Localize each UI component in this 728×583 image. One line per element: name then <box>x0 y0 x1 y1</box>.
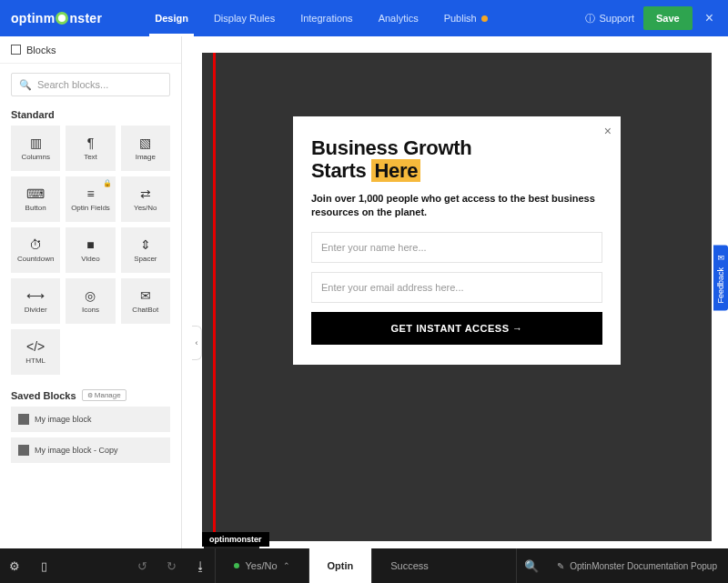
popup-heading[interactable]: Business Growth Starts Here <box>311 136 602 183</box>
search-icon: 🔍 <box>524 559 539 573</box>
view-tab-yesno[interactable]: Yes/No ⌃ <box>215 548 308 583</box>
blocks-header: Blocks <box>0 36 181 64</box>
powered-by-badge[interactable]: optinmonster <box>202 532 269 547</box>
columns-icon: ▥ <box>30 136 42 150</box>
support-link[interactable]: ⓘ Support <box>585 12 634 25</box>
publish-badge-icon <box>481 15 488 22</box>
tab-design[interactable]: Design <box>142 0 201 36</box>
feedback-tab[interactable]: Feedback ✉ <box>713 246 728 311</box>
block-icons[interactable]: ◎Icons <box>66 278 115 324</box>
close-editor-button[interactable]: × <box>702 10 717 26</box>
thumb-icon <box>18 414 29 425</box>
tab-integrations[interactable]: Integrations <box>288 0 365 36</box>
divider-icon: ⟷ <box>26 288 45 303</box>
search-icon: 🔍 <box>19 79 32 91</box>
blocks-label: Blocks <box>26 45 56 55</box>
email-input[interactable]: Enter your email address here... <box>311 272 602 303</box>
popup-campaign[interactable]: × Business Growth Starts Here Join over … <box>293 116 621 365</box>
block-columns[interactable]: ▥Columns <box>11 126 60 171</box>
undo-button[interactable]: ↺ <box>127 548 157 583</box>
top-bar: optinmnster Design Display Rules Integra… <box>0 0 728 36</box>
chevron-up-icon: ⌃ <box>283 561 290 570</box>
icons-icon: ◎ <box>85 288 96 303</box>
save-button[interactable]: Save <box>643 6 693 30</box>
block-optin-fields[interactable]: 🔒≡Optin Fields <box>66 176 115 222</box>
html-icon: </> <box>26 339 45 354</box>
undo-icon: ↺ <box>137 559 147 573</box>
mobile-preview-button[interactable]: ▯ <box>29 548 58 583</box>
annotation-arrow: Import View <box>213 53 216 541</box>
optin-fields-icon: ≡ <box>86 186 94 201</box>
manage-saved-button[interactable]: ⚙ Manage <box>82 389 126 401</box>
top-nav: Design Display Rules Integrations Analyt… <box>142 0 500 36</box>
view-tab-success[interactable]: Success <box>371 548 447 583</box>
yesno-icon: ⇄ <box>140 186 151 201</box>
standard-blocks-grid: ▥Columns ¶Text ▧Image ⌨Button 🔒≡Optin Fi… <box>0 126 181 382</box>
gear-icon: ⚙ <box>9 559 20 573</box>
search-input[interactable]: 🔍 Search blocks... <box>11 73 170 96</box>
sidebar: Blocks 🔍 Search blocks... Standard ▥Colu… <box>0 36 182 548</box>
chatbot-icon: ✉ <box>140 288 151 303</box>
saved-block-item[interactable]: My image block - Copy <box>11 437 170 463</box>
block-spacer[interactable]: ⇕Spacer <box>121 227 170 273</box>
thumb-icon <box>18 445 29 456</box>
text-icon: ¶ <box>87 136 95 150</box>
video-icon: ■ <box>86 237 94 252</box>
saved-blocks-title: Saved Blocks ⚙ Manage <box>0 382 181 407</box>
block-yesno[interactable]: ⇄Yes/No <box>121 176 170 222</box>
tab-publish[interactable]: Publish <box>431 0 500 36</box>
popup-subheading[interactable]: Join over 1,000 people who get access to… <box>311 192 602 220</box>
import-icon: ⭳ <box>195 559 207 573</box>
name-input[interactable]: Enter your name here... <box>311 232 602 263</box>
pencil-icon: ✎ <box>557 561 564 571</box>
brand-logo: optinmnster <box>0 11 113 25</box>
block-button[interactable]: ⌨Button <box>11 176 60 222</box>
saved-block-item[interactable]: My image block <box>11 407 170 432</box>
block-html[interactable]: </>HTML <box>11 329 60 375</box>
import-view-button[interactable]: ⭳ <box>186 548 215 583</box>
support-label: Support <box>599 13 634 24</box>
spacer-icon: ⇕ <box>140 237 151 252</box>
redo-button[interactable]: ↻ <box>157 548 186 583</box>
lock-icon: 🔒 <box>103 179 112 187</box>
collapse-sidebar-handle[interactable]: ‹ <box>192 326 202 360</box>
search-placeholder: Search blocks... <box>37 79 108 90</box>
block-countdown[interactable]: ⏱Countdown <box>11 227 60 273</box>
canvas-stage[interactable]: ‹ × Business Growth Starts Here Join ove… <box>202 53 712 541</box>
cta-button[interactable]: GET INSTANT ACCESS → <box>311 312 602 345</box>
feedback-icon: ✉ <box>716 253 725 262</box>
redo-icon: ↻ <box>167 559 177 573</box>
canvas: ‹ × Business Growth Starts Here Join ove… <box>182 36 728 548</box>
tab-display-rules[interactable]: Display Rules <box>201 0 288 36</box>
standard-section-title: Standard <box>0 102 181 126</box>
help-icon: ⓘ <box>585 12 595 25</box>
block-divider[interactable]: ⟷Divider <box>11 278 60 324</box>
popup-close-icon[interactable]: × <box>604 124 612 138</box>
tab-analytics[interactable]: Analytics <box>366 0 431 36</box>
block-text[interactable]: ¶Text <box>66 126 115 171</box>
monster-icon <box>56 12 68 25</box>
block-video[interactable]: ■Video <box>66 227 115 273</box>
search-templates-button[interactable]: 🔍 <box>517 559 546 573</box>
blocks-icon <box>11 45 21 55</box>
mobile-icon: ▯ <box>41 559 47 573</box>
image-icon: ▧ <box>139 136 151 150</box>
button-icon: ⌨ <box>26 186 45 201</box>
block-chatbot[interactable]: ✉ChatBot <box>121 278 170 324</box>
settings-button[interactable]: ⚙ <box>0 548 29 583</box>
countdown-icon: ⏱ <box>29 237 42 252</box>
status-dot-icon <box>234 563 239 568</box>
block-image[interactable]: ▧Image <box>121 126 170 171</box>
bottom-bar: ⚙ ▯ ↺ ↻ ⭳ Yes/No ⌃ Optin Success 🔍 ✎ Opt… <box>0 548 728 583</box>
view-tab-optin[interactable]: Optin <box>308 548 372 583</box>
campaign-name[interactable]: ✎ OptinMonster Documentation Popup <box>546 561 728 571</box>
